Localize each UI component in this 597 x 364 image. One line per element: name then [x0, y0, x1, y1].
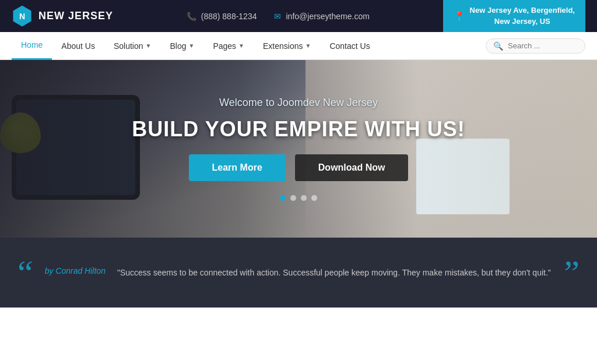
chevron-down-icon: ▼: [305, 43, 311, 49]
nav-item-solution[interactable]: Solution ▼: [104, 32, 161, 60]
hero-content: Welcome to Joomdev New Jersey BUILD YOUR…: [0, 60, 597, 238]
nav-item-pages[interactable]: Pages ▼: [203, 32, 254, 60]
nav-item-contact[interactable]: Contact Us: [320, 32, 379, 60]
quote-section: “ by Conrad Hilton "Success seems to be …: [0, 238, 597, 308]
quote-author: by Conrad Hilton: [45, 266, 106, 275]
hero-subtitle: Welcome to Joomdev New Jersey: [219, 97, 378, 109]
top-bar: N NEW JERSEY 📞 (888) 888-1234 ✉ info@jer…: [0, 0, 597, 32]
location-icon: 📍: [454, 10, 465, 22]
nav-item-home[interactable]: Home: [12, 32, 52, 60]
quote-open-icon: “: [17, 255, 33, 290]
nav-item-about[interactable]: About Us: [52, 32, 104, 60]
hero-carousel-dots: [280, 195, 317, 201]
phone-icon: 📞: [187, 12, 196, 21]
email-icon: ✉: [274, 12, 281, 21]
chevron-down-icon: ▼: [238, 43, 244, 49]
hero-buttons: Learn More Download Now: [189, 154, 409, 181]
carousel-dot-3[interactable]: [301, 195, 307, 201]
logo-text: NEW JERSEY: [38, 10, 113, 22]
contact-info: 📞 (888) 888-1234 ✉ info@jerseytheme.com: [187, 12, 370, 21]
chevron-down-icon: ▼: [146, 43, 152, 49]
phone-number: (888) 888-1234: [201, 12, 257, 21]
hero-title: BUILD YOUR EMPIRE WITH US!: [132, 117, 465, 142]
address-box: 📍 New Jersey Ave, Bergenfield, New Jerse…: [443, 0, 585, 32]
logo-icon: N: [12, 6, 33, 27]
hero-section: Welcome to Joomdev New Jersey BUILD YOUR…: [0, 60, 597, 238]
search-box[interactable]: 🔍: [486, 38, 585, 54]
nav-items: Home About Us Solution ▼ Blog ▼ Pages ▼ …: [12, 32, 486, 60]
quote-close-icon: ”: [564, 255, 580, 290]
carousel-dot-2[interactable]: [290, 195, 296, 201]
download-now-button[interactable]: Download Now: [295, 154, 409, 181]
quote-body: by Conrad Hilton "Success seems to be co…: [45, 266, 564, 279]
learn-more-button[interactable]: Learn More: [189, 154, 286, 181]
nav-item-blog[interactable]: Blog ▼: [160, 32, 203, 60]
carousel-dot-1[interactable]: [280, 195, 286, 201]
quote-text: "Success seems to be connected with acti…: [117, 266, 564, 279]
email-info: ✉ info@jerseytheme.com: [274, 12, 369, 21]
nav-item-extensions[interactable]: Extensions ▼: [254, 32, 320, 60]
nav-bar: Home About Us Solution ▼ Blog ▼ Pages ▼ …: [0, 32, 597, 60]
search-input[interactable]: [508, 41, 578, 50]
phone-info: 📞 (888) 888-1234: [187, 12, 257, 21]
logo-area[interactable]: N NEW JERSEY: [12, 6, 113, 27]
carousel-dot-4[interactable]: [311, 195, 317, 201]
address-text: New Jersey Ave, Bergenfield, New Jersey,…: [470, 5, 575, 26]
chevron-down-icon: ▼: [188, 43, 194, 49]
search-icon: 🔍: [493, 41, 503, 51]
email-address: info@jerseytheme.com: [286, 12, 369, 21]
